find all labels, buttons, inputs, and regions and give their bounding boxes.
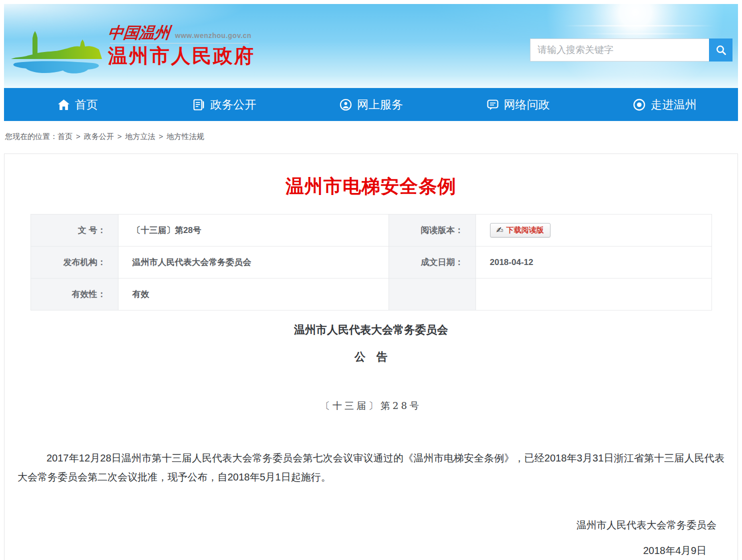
breadcrumb-link-local-legislation[interactable]: 地方立法 [126, 132, 156, 140]
nav-label: 走进温州 [650, 97, 696, 112]
breadcrumb-link-home[interactable]: 首页 [58, 132, 72, 140]
announcement-paragraph: 2017年12月28日温州市第十三届人民代表大会常务委员会第七次会议审议通过的《… [18, 448, 724, 486]
download-button-label: 下载阅读版 [506, 226, 544, 235]
signature-date: 2018年4月9日 [4, 544, 706, 558]
nav-item-online-services[interactable]: 网上服务 [298, 88, 444, 121]
document-meta-table: 文 号： 〔十三届〕第28号 阅读版本： ✍下载阅读版 发布机构： 温州市人民代… [30, 214, 712, 310]
validity-label: 有效性： [30, 278, 118, 310]
validity-value: 有效 [118, 278, 388, 310]
breadcrumb-separator: > [76, 132, 80, 140]
table-row: 有效性： 有效 [30, 278, 712, 310]
page-title: 温州市电梯安全条例 [4, 174, 738, 199]
reading-version-label: 阅读版本： [388, 214, 476, 246]
date-label: 成文日期： [388, 246, 476, 278]
download-reading-version-button[interactable]: ✍下载阅读版 [490, 223, 550, 238]
site-logo[interactable]: 中国温州 www.wenzhou.gov.cn 温州市人民政府 [9, 19, 255, 75]
chat-bubble-icon [486, 98, 500, 112]
page: 中国温州 www.wenzhou.gov.cn 温州市人民政府 [4, 4, 738, 560]
search-button[interactable] [709, 38, 732, 62]
search-input[interactable] [530, 38, 709, 62]
doc-number-label: 文 号： [30, 214, 118, 246]
main-nav: 首页 政务公开 网上服务 [4, 88, 738, 121]
target-icon [632, 98, 646, 112]
empty-value-cell [476, 278, 712, 310]
nav-item-enter-wenzhou[interactable]: 走进温州 [591, 88, 738, 121]
issuing-body-value: 温州市人民代表大会常务委员会 [118, 246, 388, 278]
doc-number-value: 〔十三届〕第28号 [118, 214, 388, 246]
breadcrumb: 您现在的位置：首页>政务公开>地方立法>地方性法规 [4, 121, 738, 154]
home-icon [57, 98, 70, 112]
nav-label: 政务公开 [210, 97, 256, 112]
wenzhou-landscape-logo-icon [9, 19, 104, 75]
reading-version-cell: ✍下载阅读版 [476, 214, 712, 246]
breadcrumb-prefix: 您现在的位置： [5, 132, 58, 140]
writing-hand-icon: ✍ [496, 225, 504, 236]
sun-glare-decoration [564, 25, 714, 26]
nav-label: 首页 [75, 97, 98, 112]
logo-text: 中国温州 www.wenzhou.gov.cn 温州市人民政府 [108, 19, 255, 67]
issuing-org-heading: 温州市人民代表大会常务委员会 [4, 322, 738, 338]
nav-item-public-inquiry[interactable]: 网络问政 [444, 88, 592, 121]
magnifier-icon [715, 44, 727, 56]
sun-glare-decoration [584, 33, 694, 34]
table-row: 发布机构： 温州市人民代表大会常务委员会 成文日期： 2018-04-12 [30, 246, 712, 278]
site-header: 中国温州 www.wenzhou.gov.cn 温州市人民政府 [4, 4, 738, 88]
issuing-body-label: 发布机构： [30, 246, 118, 278]
breadcrumb-link-gov-affairs[interactable]: 政务公开 [84, 132, 114, 140]
doc-number-line: 〔十三届〕第28号 [4, 400, 738, 412]
empty-label-cell [388, 278, 476, 310]
brand-url-text: www.wenzhou.gov.cn [175, 32, 252, 40]
nav-item-gov-affairs[interactable]: 政务公开 [151, 88, 298, 121]
nav-label: 网上服务 [357, 97, 403, 112]
article-container: 温州市电梯安全条例 文 号： 〔十三届〕第28号 阅读版本： ✍下载阅读版 发布… [4, 154, 738, 560]
breadcrumb-link-local-regulations[interactable]: 地方性法规 [166, 132, 204, 140]
service-headset-icon [339, 98, 352, 112]
logo-divider [110, 43, 249, 44]
breadcrumb-separator: > [118, 132, 122, 140]
nav-item-home[interactable]: 首页 [4, 88, 151, 121]
announcement-heading: 公 告 [4, 350, 738, 364]
brand-script-text: 中国温州 [107, 25, 170, 40]
breadcrumb-separator: > [159, 132, 164, 140]
document-icon [192, 98, 206, 112]
nav-label: 网络问政 [504, 97, 550, 112]
table-row: 文 号： 〔十三届〕第28号 阅读版本： ✍下载阅读版 [30, 214, 712, 246]
site-title: 温州市人民政府 [108, 46, 255, 67]
date-value: 2018-04-12 [476, 246, 712, 278]
search-box [530, 38, 732, 62]
signature-org: 温州市人民代表大会常务委员会 [4, 518, 716, 532]
